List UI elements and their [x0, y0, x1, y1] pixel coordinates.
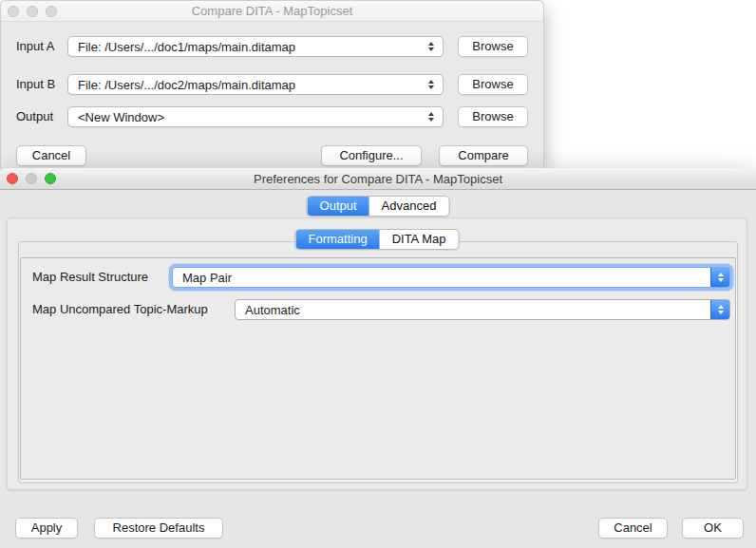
chevron-up-down-icon — [718, 273, 724, 282]
formatting-tab-panel: Map Result Structure Map Pair Map Uncomp… — [18, 241, 738, 483]
zoom-icon[interactable] — [46, 6, 57, 17]
prefs-tab-bar: Output Advanced — [307, 196, 450, 217]
output-browse-button[interactable]: Browse — [458, 106, 528, 127]
output-tab-panel: Formatting DITA Map Map Result Structure… — [7, 217, 747, 490]
input-b-select[interactable]: File: /Users/.../doc2/maps/main.ditamap — [67, 74, 444, 95]
map-uncompared-topic-markup-value: Automatic — [245, 303, 300, 317]
zoom-icon[interactable] — [45, 173, 56, 184]
tab-advanced[interactable]: Advanced — [369, 197, 449, 216]
ok-button[interactable]: OK — [682, 518, 744, 539]
output-value: <New Window> — [78, 110, 418, 124]
tab-dita-map[interactable]: DITA Map — [380, 230, 459, 249]
preferences-window: Preferences for Compare DITA - MapTopics… — [0, 168, 756, 548]
map-uncompared-topic-markup-select[interactable]: Automatic — [235, 299, 730, 320]
prefs-subtab-bar: Formatting DITA Map — [295, 229, 460, 250]
compare-window-title: Compare DITA - MapTopicset — [192, 4, 353, 18]
compare-titlebar: Compare DITA - MapTopicset — [1, 1, 543, 22]
compare-button[interactable]: Compare — [439, 145, 528, 166]
input-a-label: Input A — [16, 36, 54, 57]
popup-cap — [710, 267, 730, 288]
prefs-traffic-lights — [7, 173, 56, 184]
output-label: Output — [16, 106, 53, 127]
input-b-value: File: /Users/.../doc2/maps/main.ditamap — [78, 78, 418, 92]
prefs-cancel-button[interactable]: Cancel — [598, 518, 668, 539]
map-uncompared-topic-markup-label: Map Uncompared Topic-Markup — [32, 299, 208, 320]
minimize-icon[interactable] — [26, 173, 37, 184]
input-a-value: File: /Users/.../doc1/maps/main.ditamap — [78, 40, 418, 54]
input-b-label: Input B — [16, 74, 55, 95]
map-result-structure-value: Map Pair — [182, 271, 232, 285]
compare-cancel-button[interactable]: Cancel — [16, 145, 86, 166]
output-select[interactable]: <New Window> — [67, 106, 444, 127]
chevron-up-down-icon — [428, 42, 434, 51]
map-result-structure-select[interactable]: Map Pair — [172, 267, 730, 288]
close-icon[interactable] — [7, 173, 18, 184]
input-a-select[interactable]: File: /Users/.../doc1/maps/main.ditamap — [67, 36, 444, 57]
minimize-icon[interactable] — [27, 6, 38, 17]
formatting-groupbox: Map Result Structure Map Pair Map Uncomp… — [20, 257, 736, 480]
prefs-window-title: Preferences for Compare DITA - MapTopics… — [254, 172, 502, 186]
compare-dita-window: Compare DITA - MapTopicset Input A File:… — [0, 0, 544, 168]
prefs-titlebar: Preferences for Compare DITA - MapTopics… — [0, 168, 756, 190]
restore-defaults-button[interactable]: Restore Defaults — [94, 518, 223, 539]
popup-cap — [710, 299, 730, 320]
tab-output[interactable]: Output — [308, 197, 369, 216]
chevron-up-down-icon — [718, 305, 724, 314]
configure-button[interactable]: Configure... — [321, 145, 422, 166]
map-result-structure-label: Map Result Structure — [32, 267, 148, 288]
chevron-up-down-icon — [428, 112, 434, 122]
chevron-up-down-icon — [428, 80, 434, 89]
input-b-browse-button[interactable]: Browse — [458, 74, 528, 95]
compare-traffic-lights — [8, 6, 57, 17]
tab-formatting[interactable]: Formatting — [296, 230, 380, 249]
close-icon[interactable] — [8, 6, 19, 17]
apply-button[interactable]: Apply — [15, 518, 78, 539]
input-a-browse-button[interactable]: Browse — [458, 36, 528, 57]
